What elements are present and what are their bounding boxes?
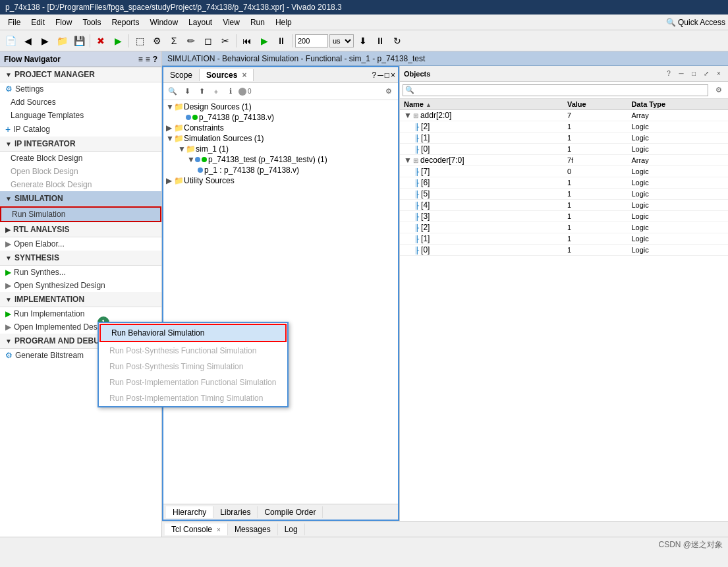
objects-search-box[interactable]: 🔍 xyxy=(403,84,708,96)
tab-scope[interactable]: Scope xyxy=(163,69,200,81)
utility-sources-expand[interactable]: ▶ xyxy=(166,176,174,185)
row-expand-icon[interactable]: ▼ xyxy=(404,156,412,165)
tree-design-sources[interactable]: ▼ 📁 Design Sources (1) xyxy=(165,102,397,112)
tab-tcl-console[interactable]: Tcl Console × xyxy=(165,523,228,535)
table-row[interactable]: ╟[0]1Logic xyxy=(400,144,728,155)
nav-create-block-design[interactable]: Create Block Design xyxy=(0,152,161,165)
table-row[interactable]: ╟[0]1Logic xyxy=(400,245,728,256)
nav-open-elaborated[interactable]: ▶ Open Elabor... xyxy=(0,237,161,251)
forward-button[interactable]: ▶ xyxy=(37,33,53,49)
panel-help-icon[interactable]: ? xyxy=(372,71,377,80)
play-button[interactable]: ▶ xyxy=(256,33,272,49)
nav-language-templates[interactable]: Language Templates xyxy=(0,109,161,122)
search-sources-btn[interactable]: 🔍 xyxy=(166,85,179,98)
tree-p74138-test[interactable]: ▼ p_74138_test (p_74138_testv) (1) xyxy=(165,154,397,165)
panel-min-icon[interactable]: ─ xyxy=(378,71,383,80)
sim-sources-expand[interactable]: ▼ xyxy=(166,134,174,143)
menu-help[interactable]: Help xyxy=(270,16,297,28)
tree-p74138[interactable]: p_74138 (p_74138.v) xyxy=(165,112,397,123)
table-row[interactable]: ╟[6]1Logic xyxy=(400,177,728,189)
eraser-button[interactable]: ◻ xyxy=(200,33,216,49)
obj-resize-icon[interactable]: ⤢ xyxy=(701,69,712,79)
pause2-button[interactable]: ⏸ xyxy=(372,33,388,49)
menu-run[interactable]: Run xyxy=(245,16,270,28)
table-row[interactable]: ╟[4]1Logic xyxy=(400,200,728,211)
table-row[interactable]: ╟[1]1Logic xyxy=(400,133,728,144)
menu-window[interactable]: Window xyxy=(144,16,183,28)
col-value[interactable]: Value xyxy=(563,99,628,110)
scissors-button[interactable]: ✂ xyxy=(217,33,233,49)
tab-libraries[interactable]: Libraries xyxy=(213,506,258,518)
tree-constraints[interactable]: ▶ 📁 Constraints xyxy=(165,123,397,133)
tree-sim1[interactable]: ▼ 📁 sim_1 (1) xyxy=(165,144,397,154)
nav-generate-block-design[interactable]: Generate Block Design xyxy=(0,178,161,191)
pencil-button[interactable]: ✏ xyxy=(183,33,199,49)
table-row[interactable]: ╟[2]1Logic xyxy=(400,222,728,233)
collapse-icon[interactable]: ≡ xyxy=(138,55,143,64)
nav-run-simulation[interactable]: Run Simulation xyxy=(0,206,161,222)
tab-messages[interactable]: Messages xyxy=(228,523,278,535)
open-button[interactable]: 📁 xyxy=(54,33,70,49)
time-unit-select[interactable]: us ns ps ms xyxy=(329,34,354,47)
step-button[interactable]: ⬚ xyxy=(132,33,148,49)
tab-compile-order[interactable]: Compile Order xyxy=(258,506,323,518)
source-info-btn[interactable]: ℹ xyxy=(224,85,237,98)
table-row[interactable]: ▼⊞addr[2:0]7Array xyxy=(400,110,728,121)
prev-button[interactable]: ⏮ xyxy=(239,33,255,49)
constraints-expand[interactable]: ▶ xyxy=(166,123,174,133)
settings-button[interactable]: ⚙ xyxy=(149,33,165,49)
add-source-btn[interactable]: + xyxy=(210,85,223,98)
menu-reports[interactable]: Reports xyxy=(106,16,144,28)
obj-max-icon[interactable]: □ xyxy=(688,69,699,79)
time-input[interactable]: 200 xyxy=(295,34,328,47)
nav-ip-catalog[interactable]: + IP Catalog xyxy=(0,122,161,136)
ip-integrator-header[interactable]: ▼ IP INTEGRATOR xyxy=(0,136,161,152)
pause-button[interactable]: ⏸ xyxy=(273,33,289,49)
p74138-test-expand[interactable]: ▼ xyxy=(187,155,195,164)
obj-help-icon[interactable]: ? xyxy=(663,69,674,79)
tab-sources-close[interactable]: × xyxy=(242,71,246,80)
simulation-header[interactable]: ▼ SIMULATION xyxy=(0,191,161,206)
menu-flow[interactable]: Flow xyxy=(50,16,77,28)
expand-all-btn[interactable]: ⬆ xyxy=(195,85,208,98)
tab-hierarchy[interactable]: Hierarchy xyxy=(166,506,213,518)
tab-sources[interactable]: Sources × xyxy=(200,69,254,81)
row-expand-icon[interactable]: ▼ xyxy=(404,111,412,120)
synthesis-header[interactable]: ▼ SYNTHESIS xyxy=(0,251,161,266)
design-sources-expand[interactable]: ▼ xyxy=(166,102,174,111)
new-button[interactable]: 📄 xyxy=(3,33,18,49)
menu-layout[interactable]: Layout xyxy=(183,16,217,28)
nav-run-synthesis[interactable]: ▶ Run Synthes... xyxy=(0,266,161,279)
obj-min-icon[interactable]: ─ xyxy=(676,69,686,79)
table-row[interactable]: ╟[5]1Logic xyxy=(400,189,728,200)
refresh-button[interactable]: ↻ xyxy=(389,33,405,49)
stop-button[interactable]: ✖ xyxy=(93,33,109,49)
sources-settings-btn[interactable]: ⚙ xyxy=(382,85,395,98)
nav-add-sources[interactable]: Add Sources xyxy=(0,96,161,109)
run-button[interactable]: ▶ xyxy=(110,33,126,49)
nav-run-implementation[interactable]: ▶ Run Implementation xyxy=(0,307,161,320)
table-row[interactable]: ╟[3]1Logic xyxy=(400,211,728,222)
tree-utility-sources[interactable]: ▶ 📁 Utility Sources xyxy=(165,175,397,186)
table-row[interactable]: ▼⊞decoder[7:0]7fArray xyxy=(400,155,728,166)
implementation-header[interactable]: ▼ IMPLEMENTATION xyxy=(0,292,161,307)
obj-close-icon[interactable]: × xyxy=(714,69,724,79)
menu-file[interactable]: File xyxy=(3,16,26,28)
nav-open-block-design[interactable]: Open Block Design xyxy=(0,165,161,178)
sigma-button[interactable]: Σ xyxy=(166,33,182,49)
panel-close-icon[interactable]: × xyxy=(391,71,395,80)
tcl-console-close[interactable]: × xyxy=(217,526,221,533)
nav-open-synthesized[interactable]: ▶ Open Synthesized Design xyxy=(0,279,161,292)
back-button[interactable]: ◀ xyxy=(20,33,36,49)
col-name[interactable]: Name ▲ xyxy=(400,99,563,110)
collapse-all-btn[interactable]: ⬇ xyxy=(181,85,194,98)
tree-p1[interactable]: p_1 : p_74138 (p_74138.v) xyxy=(165,165,397,175)
save-button[interactable]: 💾 xyxy=(71,33,87,49)
nav-settings[interactable]: ⚙ Settings xyxy=(0,82,161,96)
dropdown-run-behavioral[interactable]: Run Behavioral Simulation xyxy=(99,324,287,342)
rtl-analysis-header[interactable]: ▶ RTL ANALYSIS xyxy=(0,222,161,237)
panel-max-icon[interactable]: □ xyxy=(385,71,389,80)
expand-icon[interactable]: ≡ xyxy=(146,55,150,64)
menu-tools[interactable]: Tools xyxy=(77,16,106,28)
table-row[interactable]: ╟[7]0Logic xyxy=(400,166,728,177)
